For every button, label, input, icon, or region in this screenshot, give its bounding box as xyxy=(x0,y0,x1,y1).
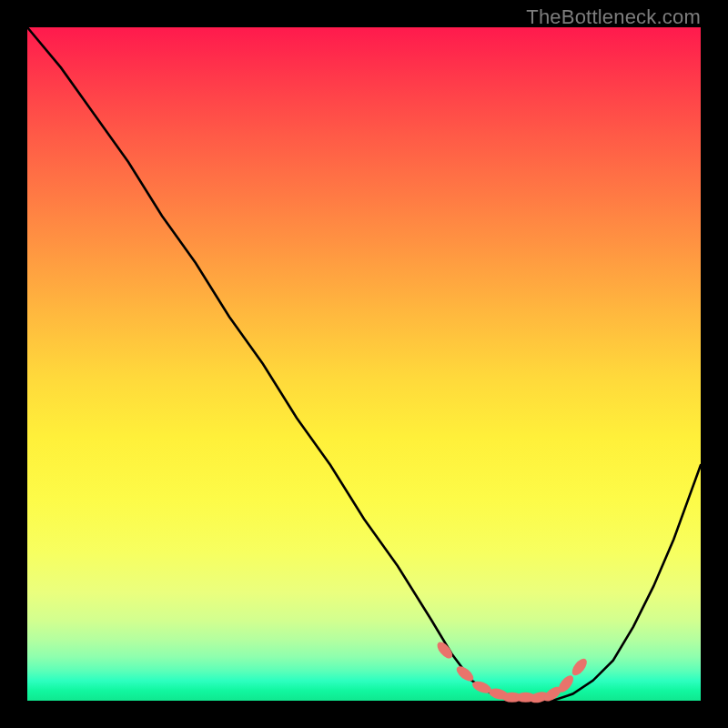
optimal-range-markers xyxy=(434,640,590,705)
chart-frame: TheBottleneck.com xyxy=(0,0,728,728)
chart-svg xyxy=(27,27,701,701)
chart-plot-area xyxy=(27,27,701,701)
bottleneck-curve-line xyxy=(27,27,701,701)
marker-dot xyxy=(570,656,590,678)
watermark-text: TheBottleneck.com xyxy=(526,5,701,29)
